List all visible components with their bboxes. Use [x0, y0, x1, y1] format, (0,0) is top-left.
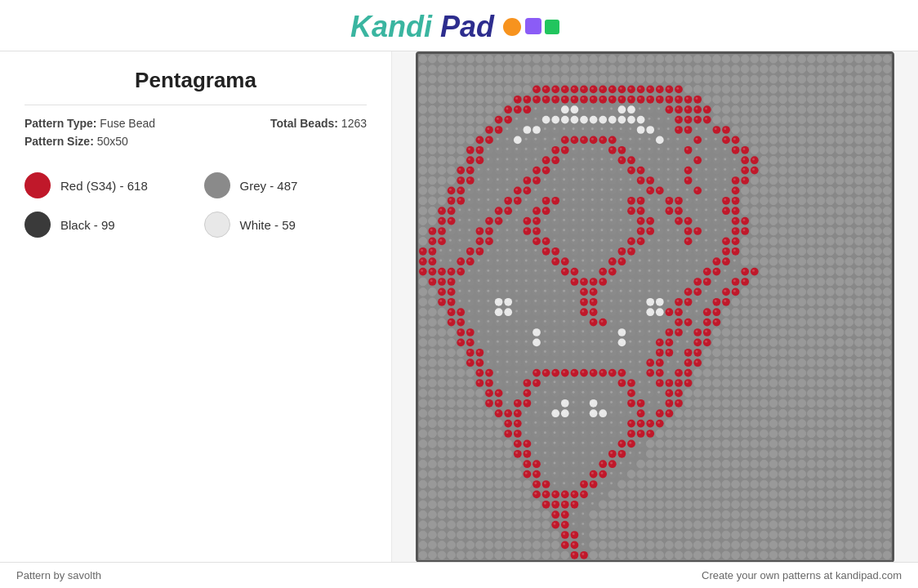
header: Kandi Pad: [0, 0, 918, 51]
color-swatch-black: [25, 212, 51, 238]
pattern-type: Pattern Type: Fuse Bead: [25, 117, 155, 130]
svg-rect-1: [525, 18, 541, 34]
pattern-meta-row1: Pattern Type: Fuse Bead Total Beads: 126…: [25, 117, 367, 130]
color-name-white: White - 59: [240, 218, 296, 232]
color-swatch-white: [204, 212, 230, 238]
footer: Pattern by savolth Create your own patte…: [0, 562, 918, 588]
pattern-size-value: 50x50: [97, 135, 128, 148]
pattern-title: Pentagrama: [25, 68, 367, 105]
svg-rect-2: [545, 20, 559, 34]
pattern-meta-row2: Pattern Size: 50x50: [25, 135, 367, 148]
logo-kandi: Kandi: [350, 10, 432, 43]
color-entry-white: White - 59: [204, 212, 368, 238]
logo: Kandi Pad: [350, 10, 494, 44]
svg-point-0: [503, 18, 521, 36]
logo-pad: Pad: [432, 10, 494, 43]
total-beads: Total Beads: 1263: [270, 117, 367, 130]
footer-cta: Create your own patterns at kandipad.com: [702, 569, 902, 581]
color-entry-grey: Grey - 487: [204, 172, 368, 198]
main-content: Pentagrama Pattern Type: Fuse Bead Total…: [0, 51, 918, 562]
color-name-grey: Grey - 487: [240, 179, 298, 193]
pattern-type-value: Fuse Bead: [100, 117, 155, 130]
bead-pattern-canvas: [416, 51, 894, 562]
color-entry-red: Red (S34) - 618: [25, 172, 188, 198]
pattern-size-label: Pattern Size:: [25, 135, 94, 148]
logo-icons: [502, 11, 568, 42]
color-entry-black: Black - 99: [25, 212, 188, 238]
right-panel: [392, 51, 918, 562]
pattern-type-label: Pattern Type:: [25, 117, 96, 130]
total-beads-value: 1263: [341, 117, 367, 130]
left-panel: Pentagrama Pattern Type: Fuse Bead Total…: [0, 51, 392, 562]
total-beads-label: Total Beads:: [270, 117, 338, 130]
color-swatch-red: [25, 172, 51, 198]
color-swatch-grey: [204, 172, 230, 198]
logo-decoration: [502, 11, 568, 42]
footer-attribution: Pattern by savolth: [16, 569, 101, 581]
color-name-black: Black - 99: [60, 218, 115, 232]
color-name-red: Red (S34) - 618: [60, 179, 148, 193]
color-legend: Red (S34) - 618 Grey - 487 Black - 99 Wh…: [25, 172, 367, 238]
pattern-size: Pattern Size: 50x50: [25, 135, 128, 148]
